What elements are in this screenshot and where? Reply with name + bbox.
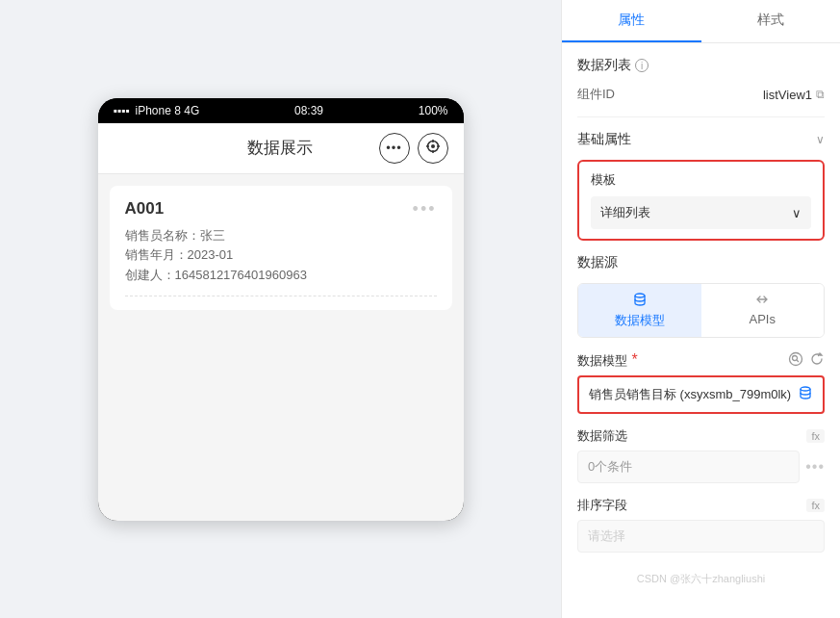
datasource-tab-model[interactable]: 数据模型	[578, 284, 701, 337]
card-field-2: 创建人：1645812176401960963	[125, 266, 437, 286]
component-id-label: 组件ID	[577, 86, 615, 103]
template-label: 模板	[591, 171, 811, 189]
watermark: CSDN @张六十zhangliushi	[577, 566, 825, 592]
template-chevron-icon: ∨	[792, 206, 802, 220]
basic-props-header[interactable]: 基础属性 ∨	[577, 131, 825, 148]
database-icon	[578, 292, 701, 310]
component-id-value-row: listView1 ⧉	[763, 88, 825, 102]
section-datalist: 数据列表 i	[577, 57, 825, 74]
template-select[interactable]: 详细列表 ∨	[591, 196, 811, 229]
filter-value: 0个条件	[577, 451, 800, 483]
chevron-down-icon: ∨	[816, 133, 825, 146]
required-star: *	[631, 351, 637, 368]
datamodel-label-row: 数据模型 *	[577, 351, 825, 370]
phone-frame: ▪▪▪▪ iPhone 8 4G 08:39 100% 数据展示 •••	[98, 98, 464, 521]
datamodel-icons	[788, 351, 825, 370]
datamodel-value: 销售员销售目标 (xsyxsmb_799m0lk)	[589, 386, 791, 403]
tab-properties[interactable]: 属性	[562, 0, 701, 42]
basic-props-label: 基础属性	[577, 131, 631, 148]
api-icon	[701, 292, 825, 310]
filter-more-button[interactable]: •••	[805, 458, 825, 476]
nav-actions: •••	[379, 133, 448, 164]
datasource-tabs: 数据模型 APIs	[577, 283, 825, 338]
list-card: A001 销售员名称：张三 销售年月：2023-01 创建人：164581217…	[110, 186, 452, 310]
nav-title: 数据展示	[247, 137, 313, 159]
fx-badge-filter[interactable]: fx	[806, 429, 825, 443]
filter-header: 数据筛选 fx	[577, 427, 825, 445]
left-panel: ▪▪▪▪ iPhone 8 4G 08:39 100% 数据展示 •••	[0, 0, 561, 618]
datasource-tab-apis[interactable]: APIs	[701, 284, 825, 337]
fx-badge-sort[interactable]: fx	[806, 499, 825, 512]
svg-point-7	[790, 353, 802, 366]
svg-line-9	[797, 360, 799, 362]
target-button[interactable]	[418, 133, 448, 164]
phone-nav-bar: 数据展示 •••	[98, 123, 464, 174]
template-section: 模板 详细列表 ∨	[577, 160, 825, 241]
datamodel-value-box[interactable]: 销售员销售目标 (xsyxsmb_799m0lk)	[577, 375, 825, 414]
more-options-button[interactable]: •••	[379, 133, 410, 164]
datasource-label: 数据源	[577, 254, 825, 271]
db-link-icon	[798, 385, 813, 404]
more-dots-icon: •••	[386, 141, 402, 155]
phone-status-bar: ▪▪▪▪ iPhone 8 4G 08:39 100%	[98, 98, 464, 123]
filter-label: 数据筛选	[577, 427, 627, 445]
search-circle-icon[interactable]	[788, 351, 803, 370]
datamodel-section: 数据模型 *	[577, 351, 825, 414]
section-divider-1	[577, 116, 825, 117]
card-field-0: 销售员名称：张三	[125, 226, 437, 246]
template-value: 详细列表	[600, 204, 650, 221]
battery-display: 100%	[419, 104, 448, 117]
datasource-tab1-label: 数据模型	[615, 313, 665, 327]
sort-section: 排序字段 fx 请选择	[577, 497, 825, 553]
tab-bar: 属性 样式	[562, 0, 840, 43]
card-more-icon[interactable]: •••	[413, 199, 437, 219]
status-left: ▪▪▪▪ iPhone 8 4G	[114, 104, 200, 117]
svg-point-10	[801, 387, 810, 391]
panel-body: 数据列表 i 组件ID listView1 ⧉ 基础属性 ∨ 模板 详细列表 ∨	[562, 43, 840, 618]
datamodel-label-group: 数据模型 *	[577, 351, 638, 370]
tab-styles[interactable]: 样式	[701, 0, 841, 42]
component-id-row: 组件ID listView1 ⧉	[577, 86, 825, 103]
filter-section: 数据筛选 fx 0个条件 •••	[577, 427, 825, 483]
svg-point-6	[635, 294, 645, 297]
filter-value-row: 0个条件 •••	[577, 451, 825, 483]
sort-placeholder: 请选择	[588, 528, 625, 543]
signal-icon: ▪▪▪▪	[114, 104, 130, 117]
svg-point-1	[431, 144, 435, 148]
card-divider	[125, 296, 437, 296]
datasource-tab2-label: APIs	[750, 312, 776, 326]
target-icon	[426, 140, 440, 157]
svg-point-8	[793, 356, 798, 361]
datamodel-label: 数据模型	[577, 353, 627, 368]
time-display: 08:39	[294, 104, 323, 117]
phone-content: A001 销售员名称：张三 销售年月：2023-01 创建人：164581217…	[98, 174, 464, 521]
sort-header: 排序字段 fx	[577, 497, 825, 514]
copy-icon[interactable]: ⧉	[816, 88, 825, 101]
info-icon[interactable]: i	[635, 59, 649, 72]
sort-label: 排序字段	[577, 497, 627, 514]
refresh-icon[interactable]	[809, 351, 825, 370]
card-field-1: 销售年月：2023-01	[125, 245, 437, 266]
component-id-value: listView1	[763, 88, 812, 102]
sort-select[interactable]: 请选择	[577, 520, 825, 553]
network-label: iPhone 8 4G	[136, 104, 200, 117]
card-id: A001	[125, 199, 437, 219]
right-panel: 属性 样式 数据列表 i 组件ID listView1 ⧉ 基础属性 ∨ 模板 …	[561, 0, 840, 618]
